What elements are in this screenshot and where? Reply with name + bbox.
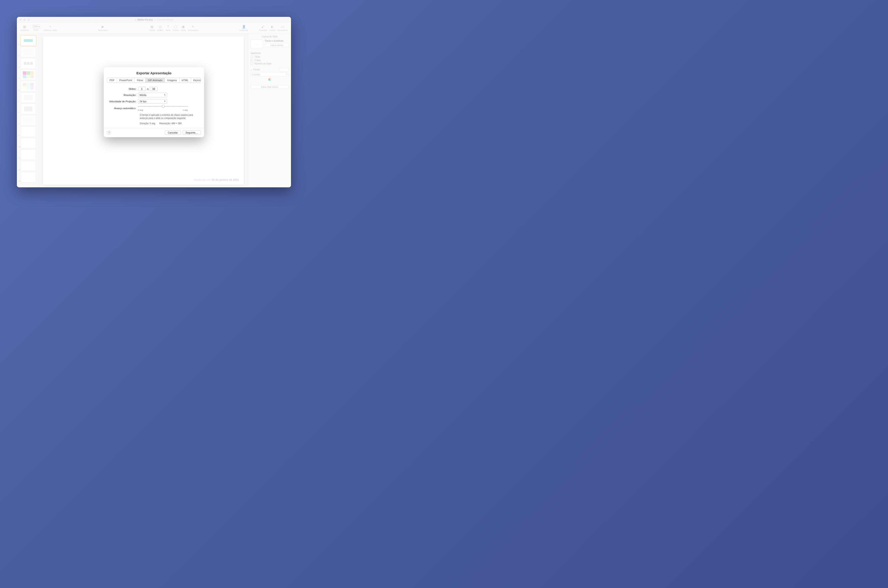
slide-to-input[interactable] xyxy=(150,87,158,91)
tab-gif[interactable]: GIF Animado xyxy=(146,78,165,82)
help-text: O tempo é aplicado a eventos de clique u… xyxy=(140,114,200,120)
tab-movie[interactable]: Filme xyxy=(135,78,146,82)
tab-pdf[interactable]: PDF xyxy=(107,78,117,82)
resolution-select[interactable]: Média⇅ xyxy=(138,93,167,98)
duration-meta: Duração: 5 seg xyxy=(140,122,155,124)
next-button[interactable]: Seguinte… xyxy=(183,130,201,135)
fps-row: Velocidade de Projeção: 24 fps⇅ xyxy=(108,99,200,104)
resolution-meta: Resolução: 480 × 360 xyxy=(159,122,182,124)
slide-from-input[interactable] xyxy=(138,87,146,91)
fps-label: Velocidade de Projeção: xyxy=(108,100,138,103)
export-format-tabs: PDF PowerPoint Filme GIF Animado Imagens… xyxy=(107,78,201,83)
auto-advance-label: Avanço automático: xyxy=(108,107,138,110)
dialog-footer: ? Cancelar Seguinte… xyxy=(104,128,204,137)
slides-row: Slides: a xyxy=(108,87,200,91)
cancel-button[interactable]: Cancelar xyxy=(165,130,181,135)
dialog-body: Slides: a Resolução: Média⇅ Velocidade d… xyxy=(104,87,204,128)
keynote-window: ☁︎ Mídia Kit.key — Compartilhado ▦Visual… xyxy=(17,17,291,188)
tab-html[interactable]: HTML xyxy=(179,78,191,82)
resolution-label: Resolução: xyxy=(108,94,138,96)
tab-powerpoint[interactable]: PowerPoint xyxy=(117,78,135,82)
resolution-row: Resolução: Média⇅ xyxy=(108,93,200,98)
slider-min-label: 0 seg xyxy=(138,109,143,111)
help-icon: ? xyxy=(108,131,110,134)
slider-max-label: 1 seg xyxy=(183,109,188,111)
chevron-updown-icon: ⇅ xyxy=(164,100,165,102)
slider-thumb[interactable] xyxy=(162,105,165,108)
export-metadata: Duração: 5 seg Resolução: 480 × 360 xyxy=(140,122,200,124)
slides-label: Slides: xyxy=(108,87,138,90)
chevron-updown-icon: ⇅ xyxy=(164,94,165,96)
range-separator: a xyxy=(147,87,149,90)
tab-keynote09[interactable]: Keynote '09 xyxy=(191,78,201,82)
fps-select[interactable]: 24 fps⇅ xyxy=(138,99,167,104)
dialog-title: Exportar Apresentação xyxy=(104,67,204,78)
auto-advance-slider[interactable]: 0 seg 1 seg xyxy=(138,106,188,111)
help-button[interactable]: ? xyxy=(107,130,111,135)
auto-advance-row: Avanço automático: xyxy=(108,105,200,111)
export-dialog: Exportar Apresentação PDF PowerPoint Fil… xyxy=(104,67,204,137)
modal-container: Exportar Apresentação PDF PowerPoint Fil… xyxy=(17,17,291,188)
tab-images[interactable]: Imagens xyxy=(165,78,179,82)
